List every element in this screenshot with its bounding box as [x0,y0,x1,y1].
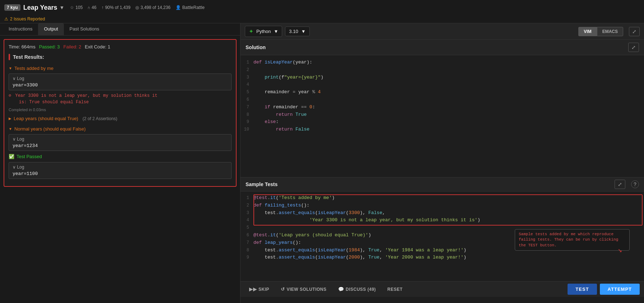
code-line-4: 4 [241,81,644,89]
version-label: 3.10 [289,29,298,34]
sample-line-4: 4 'Year 3300 is not a leap year, but my … [241,217,644,224]
sample-tests-help-button[interactable]: ? [631,180,639,188]
left-panel: Instructions Output Past Solutions Time:… [0,23,241,303]
attempt-button[interactable]: ATTEMPT [600,284,640,295]
code-editor[interactable]: 1 def isLeapYear(year): 2 3 print(f"year… [241,55,644,177]
check-icon: ✅ [9,154,14,159]
solutions-icon: ◎ [135,5,139,10]
chevron-log-icon: ∨ [13,76,17,81]
stars-meta: ☆ 105 [70,5,83,10]
log-header-3[interactable]: ∨ Log [13,165,228,170]
test-exit-code: Exit Code: 1 [85,44,110,49]
main-layout: Instructions Output Past Solutions Time:… [0,23,644,303]
discuss-icon: 💬 [338,287,344,292]
vim-mode-button[interactable]: VIM [578,27,597,36]
solution-section-header: Solution ⤢ [241,40,644,55]
sample-line-9: 9 test.assert_equals(isLeapYear(2000), T… [241,254,644,261]
error-message-1: ⊘ Year 3300 is not a leap year, but my s… [9,93,232,105]
sample-line-1: 1 @test.it('Tests added by me') [241,194,644,202]
sample-line-2: 2 def failing_tests(): [241,202,644,209]
sample-tests-panel: Sample Tests ⤢ ? 1 @test.it('Tests added… [241,177,644,281]
code-line-7: 7 if remainder == 0: [241,104,644,111]
tab-output[interactable]: Output [38,23,64,35]
code-line-10: 10 return False [241,126,644,133]
error-icon: ⊘ [9,93,14,98]
code-line-1: 1 def isLeapYear(year): [241,59,644,66]
log-box-3: ∨ Log year=1100 [9,162,232,179]
kata-title: Leap Years [23,4,57,11]
star-icon: ☆ [70,5,74,10]
sample-tests-expand-button[interactable]: ⤢ [615,180,625,189]
bottom-bar: ▶▶ SKIP ↺ VIEW SOLUTIONS 💬 DISCUSS (49) … [241,281,644,297]
test-section-leap-years: ▶ Leap years (should equal True) (2 of 2… [9,115,232,122]
sample-tests-title: Sample Tests [246,181,277,187]
test-results-title: Test Results: [9,54,232,60]
sample-tests-tooltip: Sample tests added by me which reproduce… [515,229,630,251]
test-section-leap-years-header[interactable]: ▶ Leap years (should equal True) (2 of 2… [9,115,232,122]
chevron-down-icon[interactable]: ▼ [59,5,64,10]
test-results-box: Time: 664ms Passed: 3 Failed: 2 Exit Cod… [4,39,237,187]
sample-tests-header: Sample Tests ⤢ ? [241,177,644,191]
sample-line-3: 3 test.assert_equals(isLeapYear(3300), F… [241,209,644,217]
meta-bar: ☆ 105 ⑃ 46 ↑ 90% of 1,439 ◎ 3,498 of 14,… [70,5,205,10]
language-label: Python [256,29,271,34]
solution-title: Solution [246,44,266,50]
person-icon: 👤 [176,5,181,10]
chevron-log-icon-3: ∨ [13,165,17,170]
version-selector[interactable]: 3.10 ▼ [285,27,309,36]
skip-button[interactable]: ▶▶ SKIP [245,284,274,294]
output-panel: Time: 664ms Passed: 3 Failed: 2 Exit Cod… [0,35,240,303]
kyu-badge: 7 kyu [4,4,20,11]
author-meta: 👤 BattleRattle [176,5,205,10]
assertions-count: (2 of 2 Assertions) [83,116,117,121]
reset-button[interactable]: RESET [383,285,407,294]
code-line-9: 9 else: [241,118,644,126]
test-failed-count: Failed: 2 [63,44,81,49]
view-solutions-icon: ↺ [281,287,285,292]
log-value-1: year=3300 [13,82,228,88]
top-bar: 7 kyu Leap Years ▼ ☆ 105 ⑃ 46 ↑ 90% of 1… [0,0,644,23]
log-value-2: year=1234 [13,143,228,148]
code-line-8: 8 return True [241,111,644,119]
completion-icon: ↑ [102,5,104,10]
tab-past-solutions[interactable]: Past Solutions [64,23,105,35]
view-solutions-button[interactable]: ↺ VIEW SOLUTIONS [276,284,331,294]
tab-instructions[interactable]: Instructions [3,23,38,35]
code-line-6: 6 [241,96,644,104]
test-section-added-by-me: ▼ Tests added by me ∨ Log year=3300 ⊘ Ye… [9,65,232,112]
skip-icon: ▶▶ [249,287,257,292]
emacs-mode-button[interactable]: EMACS [597,27,623,36]
solution-expand-button[interactable]: ⤢ [628,43,639,52]
discuss-button[interactable]: 💬 DISCUSS (49) [334,284,381,294]
code-line-5: 5 remainder = year % 4 [241,89,644,96]
completed-msg-1: Completed in 0.03ms [9,108,232,112]
test-button[interactable]: TEST [568,284,597,295]
code-line-3: 3 print(f"year={year}") [241,74,644,81]
tabs-bar: Instructions Output Past Solutions [0,23,240,35]
collapse-icon-2: ▼ [9,127,12,131]
test-section-normal-years: ▼ Normal years (should equal False) ∨ Lo… [9,125,232,179]
tooltip-arrow-icon: ↘ [618,245,622,255]
language-selector[interactable]: ✦ Python ▼ [245,26,282,37]
fork-icon: ⑃ [88,5,90,10]
right-panel: ✦ Python ▼ 3.10 ▼ VIM EMACS ⤢ Solution ⤢… [241,23,644,303]
python-icon: ✦ [249,28,253,35]
log-header-1[interactable]: ∨ Log [13,76,228,81]
editor-mode-buttons: VIM EMACS [578,27,623,36]
editor-toolbar: ✦ Python ▼ 3.10 ▼ VIM EMACS ⤢ [241,23,644,40]
log-header-2[interactable]: ∨ Log [13,137,228,142]
version-chevron-icon: ▼ [301,29,306,34]
forks-meta: ⑃ 46 [88,5,96,10]
test-passed-count: Passed: 3 [39,44,60,49]
code-line-2: 2 [241,66,644,74]
sample-code-editor[interactable]: 1 @test.it('Tests added by me') 2 def fa… [241,191,644,281]
expand-editor-button[interactable]: ⤢ [629,27,640,36]
test-section-normal-years-header[interactable]: ▼ Normal years (should equal False) [9,125,232,133]
log-value-3: year=1100 [13,171,228,176]
test-time: Time: 664ms [9,44,36,49]
warning-icon: ⚠ [4,16,8,22]
issue-warning: ⚠ 2 Issues Reported [0,16,644,23]
chevron-log-icon-2: ∨ [13,137,17,142]
expand-icon: ▶ [9,117,11,120]
test-section-added-by-me-header[interactable]: ▼ Tests added by me [9,65,232,72]
